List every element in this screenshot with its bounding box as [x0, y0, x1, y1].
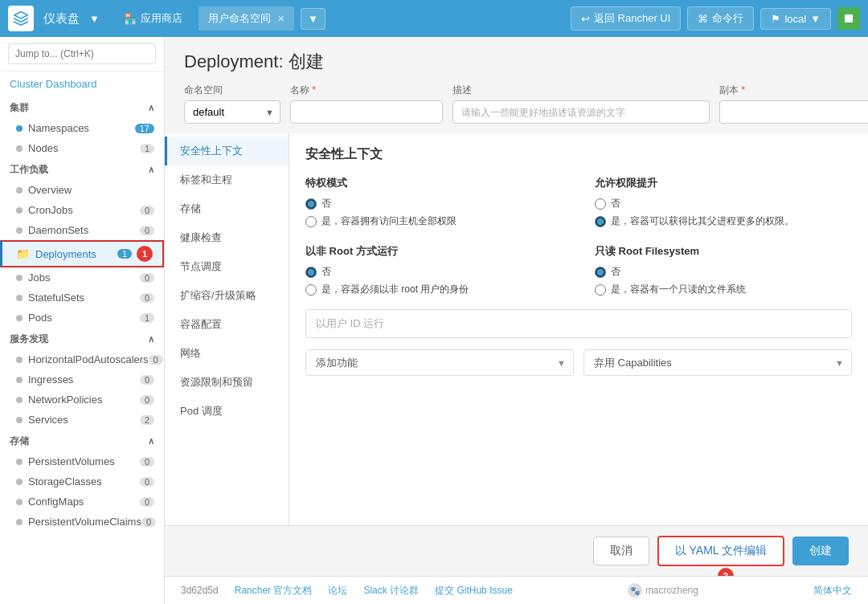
sidebar-item-hpa[interactable]: HorizontalPodAutoscalers 0: [0, 349, 164, 369]
dot-icon: [16, 295, 23, 301]
forum-link[interactable]: 论坛: [328, 584, 347, 598]
sidebar-item-networkpolicies[interactable]: NetworkPolicies 0: [0, 390, 164, 410]
section-arrow-workload: ∧: [148, 165, 154, 175]
storageclasses-badge: 0: [140, 477, 154, 487]
replica-input[interactable]: 1: [719, 100, 868, 124]
return-rancher-button[interactable]: ↩ 返回 Rancher UI: [571, 6, 681, 31]
non-root-no-label[interactable]: 否: [305, 265, 563, 279]
sidebar-item-deployments[interactable]: 📁 Deployments 1 1: [0, 240, 164, 267]
dot-icon: [16, 397, 23, 403]
name-required: *: [312, 84, 316, 96]
sidebar-item-storageclasses[interactable]: StorageClasses 0: [0, 471, 164, 492]
readonly-no-label[interactable]: 否: [595, 265, 852, 279]
top-navigation: 仪表盘 ▼ 🏪 应用商店 用户命名空间 ✕ ▼ ↩ 返回 Rancher UI …: [0, 0, 868, 37]
non-root-no-radio[interactable]: [305, 267, 317, 278]
search-input[interactable]: [8, 43, 156, 64]
non-root-yes-radio[interactable]: [305, 284, 317, 296]
privileged-no-label[interactable]: 否: [305, 197, 563, 210]
cancel-button[interactable]: 取消: [593, 537, 649, 565]
sidebar-item-statefulsets[interactable]: StatefulSets 0: [0, 288, 164, 308]
watermark-icon: 🐾: [628, 583, 642, 598]
app-store-tab[interactable]: 🏪 应用商店: [114, 6, 192, 31]
sidebar-item-configmaps[interactable]: ConfigMaps 0: [0, 492, 164, 512]
app-store-icon: 🏪: [124, 13, 137, 25]
sidebar-label-networkpolicies: NetworkPolicies: [28, 394, 102, 406]
command-line-button[interactable]: ⌘ 命令行: [687, 6, 754, 31]
readonly-no-radio[interactable]: [595, 267, 606, 278]
allow-escalation-radio-group: 否 是，容器可以获得比其父进程更多的权限。: [595, 197, 852, 228]
sidebar-label-storageclasses: StorageClasses: [28, 475, 102, 488]
dot-icon: [16, 499, 23, 505]
local-dropdown-arrow: ▼: [810, 13, 821, 25]
tab-labels[interactable]: 标签和主程: [165, 165, 289, 194]
section-arrow-sd: ∧: [148, 334, 154, 345]
status-indicator-inner: [845, 14, 853, 22]
tab-resources[interactable]: 资源限制和预留: [165, 368, 289, 397]
sidebar-item-pvc[interactable]: PersistentVolumeClaims 0: [0, 512, 164, 532]
add-capability-select[interactable]: 添加功能: [305, 349, 574, 376]
name-field: 名称 *: [290, 84, 443, 124]
local-cluster-button[interactable]: ⚑ local ▼: [760, 8, 831, 30]
close-tab-icon[interactable]: ✕: [277, 14, 285, 24]
dot-icon: [16, 207, 23, 214]
namespace-select-wrap: default ▼: [184, 100, 280, 124]
docs-link[interactable]: Rancher 官方文档: [235, 584, 313, 598]
github-link[interactable]: 提交 GitHub Issue: [435, 584, 513, 598]
deployments-annotation: 1: [137, 246, 153, 262]
sidebar-label-overview: Overview: [28, 184, 72, 196]
tab-storage[interactable]: 存储: [165, 194, 289, 223]
title-dropdown-arrow[interactable]: ▼: [89, 13, 100, 25]
privileged-yes-label[interactable]: 是，容器拥有访问主机全部权限: [305, 214, 563, 228]
yaml-edit-button[interactable]: 以 YAML 文件编辑: [657, 536, 784, 566]
tab-scaling[interactable]: 扩缩容/升级策略: [165, 281, 289, 310]
sidebar-item-overview[interactable]: Overview: [0, 180, 164, 200]
pods-badge: 1: [140, 313, 154, 323]
escalation-no-label[interactable]: 否: [595, 197, 852, 210]
sidebar-item-daemonsets[interactable]: DaemonSets 0: [0, 220, 164, 240]
readonly-yes-radio[interactable]: [595, 284, 606, 296]
slack-link[interactable]: Slack 讨论群: [363, 584, 419, 598]
tab-health-check[interactable]: 健康检查: [165, 223, 289, 252]
hpa-badge: 0: [149, 355, 163, 365]
main-content: Deployment: 创建 命名空间 default ▼ 名称: [165, 37, 868, 604]
escalation-yes-label[interactable]: 是，容器可以获得比其父进程更多的权限。: [595, 214, 852, 228]
sidebar-item-jobs[interactable]: Jobs 0: [0, 267, 164, 288]
readonly-fs-radio-group: 否 是，容器有一个只读的文件系统: [595, 265, 852, 296]
escalation-yes-radio[interactable]: [595, 216, 606, 227]
run-as-uid-field[interactable]: 以用户 ID 运行: [305, 309, 852, 338]
sidebar-item-nodes[interactable]: Nodes 1: [0, 138, 164, 158]
privileged-mode-section: 特权模式 否 是，容器拥有访问主机全部权限: [305, 176, 563, 228]
tab-dropdown[interactable]: ▼: [301, 8, 326, 30]
privileged-yes-radio[interactable]: [305, 216, 317, 227]
sidebar-label-deployments: Deployments: [35, 248, 96, 260]
sidebar-item-pods[interactable]: Pods 1: [0, 308, 164, 328]
description-input[interactable]: [452, 100, 710, 124]
panel-title: 安全性上下文: [305, 146, 852, 163]
tab-networking[interactable]: 网络: [165, 339, 289, 368]
sidebar-item-cronjobs[interactable]: CronJobs 0: [0, 200, 164, 220]
tab-security-context[interactable]: 安全性上下文: [165, 137, 289, 165]
name-input[interactable]: [290, 100, 443, 124]
sidebar-item-services[interactable]: Services 2: [0, 410, 164, 430]
namespace-field: 命名空间 default ▼: [184, 84, 280, 124]
cluster-dashboard-link[interactable]: Cluster Dashboard: [0, 71, 164, 96]
sidebar-item-namespaces[interactable]: Namespaces 17: [0, 118, 164, 138]
drop-capability-select[interactable]: 弃用 Capabilities: [583, 349, 852, 376]
section-header-workload: 工作负载 ∧: [0, 158, 164, 180]
escalation-no-radio[interactable]: [595, 198, 606, 210]
tab-node-scheduling[interactable]: 节点调度: [165, 252, 289, 281]
run-as-non-root-section: 以非 Root 方式运行 否 是，容器必须以非 root 用户的身份: [305, 244, 563, 296]
readonly-yes-label[interactable]: 是，容器有一个只读的文件系统: [595, 283, 852, 296]
sidebar-item-pv[interactable]: PersistentVolumes 0: [0, 451, 164, 471]
tab-pod-scheduling[interactable]: Pod 调度: [165, 397, 289, 426]
language-selector[interactable]: 简体中文: [813, 584, 852, 598]
non-root-yes-label[interactable]: 是，容器必须以非 root 用户的身份: [305, 283, 563, 296]
tab-container-config[interactable]: 容器配置: [165, 310, 289, 339]
namespace-select[interactable]: default: [184, 100, 280, 124]
create-button[interactable]: 创建: [792, 537, 849, 565]
configmaps-badge: 0: [140, 497, 154, 507]
sidebar-item-ingresses[interactable]: Ingresses 0: [0, 369, 164, 390]
privileged-no-radio[interactable]: [305, 198, 317, 210]
namespace-tab[interactable]: 用户命名空间 ✕: [199, 6, 294, 31]
section-title-cluster: 集群: [10, 101, 29, 115]
